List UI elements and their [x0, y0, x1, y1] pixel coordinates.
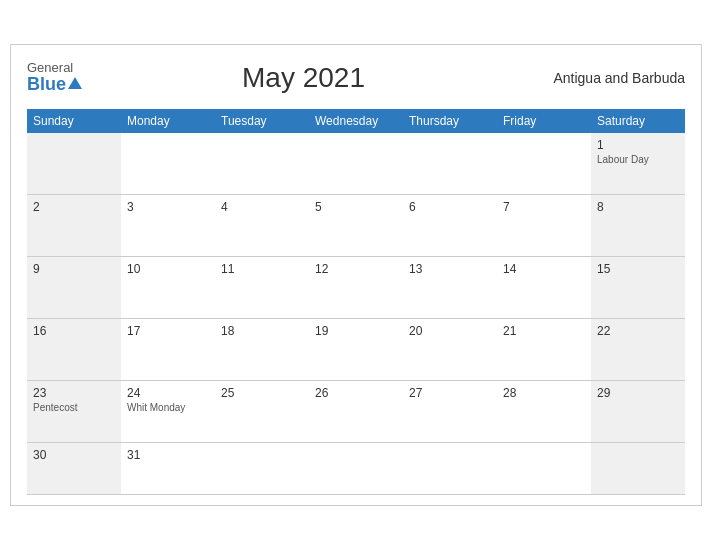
calendar-cell	[309, 133, 403, 195]
calendar-country: Antigua and Barbuda	[525, 70, 685, 86]
calendar-cell: 21	[497, 319, 591, 381]
day-event: Pentecost	[33, 402, 115, 413]
day-number: 11	[221, 262, 303, 276]
day-number: 13	[409, 262, 491, 276]
calendar-cell	[497, 443, 591, 495]
day-event: Whit Monday	[127, 402, 209, 413]
calendar-cell: 19	[309, 319, 403, 381]
calendar-cell: 10	[121, 257, 215, 319]
day-number: 14	[503, 262, 585, 276]
calendar-cell	[309, 443, 403, 495]
table-row: 16171819202122	[27, 319, 685, 381]
header-sunday: Sunday	[27, 109, 121, 133]
calendar-cell	[27, 133, 121, 195]
logo: General Blue	[27, 61, 82, 95]
calendar-cell: 30	[27, 443, 121, 495]
header-tuesday: Tuesday	[215, 109, 309, 133]
calendar-cell: 11	[215, 257, 309, 319]
day-number: 9	[33, 262, 115, 276]
calendar-cell: 14	[497, 257, 591, 319]
day-number: 22	[597, 324, 679, 338]
calendar-cell: 1Labour Day	[591, 133, 685, 195]
day-number: 19	[315, 324, 397, 338]
day-event: Labour Day	[597, 154, 679, 165]
calendar-cell	[121, 133, 215, 195]
calendar-cell: 27	[403, 381, 497, 443]
header-friday: Friday	[497, 109, 591, 133]
calendar-cell: 7	[497, 195, 591, 257]
table-row: 23Pentecost24Whit Monday2526272829	[27, 381, 685, 443]
day-number: 31	[127, 448, 209, 462]
calendar-cell	[591, 443, 685, 495]
calendar-cell: 20	[403, 319, 497, 381]
logo-blue-text: Blue	[27, 75, 66, 95]
table-row: 3031	[27, 443, 685, 495]
calendar-title: May 2021	[82, 62, 525, 94]
calendar-cell: 29	[591, 381, 685, 443]
day-number: 27	[409, 386, 491, 400]
calendar-cell: 31	[121, 443, 215, 495]
day-number: 2	[33, 200, 115, 214]
calendar-cell: 26	[309, 381, 403, 443]
header-thursday: Thursday	[403, 109, 497, 133]
calendar-header: General Blue May 2021 Antigua and Barbud…	[27, 61, 685, 95]
day-number: 18	[221, 324, 303, 338]
calendar-cell: 5	[309, 195, 403, 257]
calendar-cell: 23Pentecost	[27, 381, 121, 443]
day-number: 20	[409, 324, 491, 338]
table-row: 2345678	[27, 195, 685, 257]
calendar-cell	[403, 443, 497, 495]
day-number: 28	[503, 386, 585, 400]
day-number: 7	[503, 200, 585, 214]
weekday-header-row: Sunday Monday Tuesday Wednesday Thursday…	[27, 109, 685, 133]
calendar-cell: 18	[215, 319, 309, 381]
calendar-cell: 13	[403, 257, 497, 319]
day-number: 8	[597, 200, 679, 214]
day-number: 10	[127, 262, 209, 276]
calendar-cell: 12	[309, 257, 403, 319]
day-number: 12	[315, 262, 397, 276]
calendar-cell	[497, 133, 591, 195]
calendar-cell: 25	[215, 381, 309, 443]
calendar-table: Sunday Monday Tuesday Wednesday Thursday…	[27, 109, 685, 496]
day-number: 30	[33, 448, 115, 462]
calendar-cell: 8	[591, 195, 685, 257]
calendar-cell: 17	[121, 319, 215, 381]
calendar-cell	[403, 133, 497, 195]
day-number: 15	[597, 262, 679, 276]
calendar-cell	[215, 133, 309, 195]
calendar-cell: 9	[27, 257, 121, 319]
calendar-cell: 16	[27, 319, 121, 381]
day-number: 4	[221, 200, 303, 214]
calendar-cell: 3	[121, 195, 215, 257]
day-number: 16	[33, 324, 115, 338]
day-number: 29	[597, 386, 679, 400]
header-saturday: Saturday	[591, 109, 685, 133]
day-number: 21	[503, 324, 585, 338]
calendar-cell	[215, 443, 309, 495]
calendar-cell: 6	[403, 195, 497, 257]
calendar-cell: 28	[497, 381, 591, 443]
header-wednesday: Wednesday	[309, 109, 403, 133]
calendar-cell: 24Whit Monday	[121, 381, 215, 443]
calendar-cell: 22	[591, 319, 685, 381]
calendar-cell: 2	[27, 195, 121, 257]
calendar-cell: 15	[591, 257, 685, 319]
day-number: 1	[597, 138, 679, 152]
day-number: 24	[127, 386, 209, 400]
logo-general-text: General	[27, 61, 82, 75]
day-number: 6	[409, 200, 491, 214]
calendar-cell: 4	[215, 195, 309, 257]
day-number: 17	[127, 324, 209, 338]
day-number: 5	[315, 200, 397, 214]
day-number: 25	[221, 386, 303, 400]
logo-triangle-icon	[68, 77, 82, 89]
table-row: 1Labour Day	[27, 133, 685, 195]
header-monday: Monday	[121, 109, 215, 133]
table-row: 9101112131415	[27, 257, 685, 319]
day-number: 23	[33, 386, 115, 400]
day-number: 3	[127, 200, 209, 214]
calendar-container: General Blue May 2021 Antigua and Barbud…	[10, 44, 702, 507]
day-number: 26	[315, 386, 397, 400]
